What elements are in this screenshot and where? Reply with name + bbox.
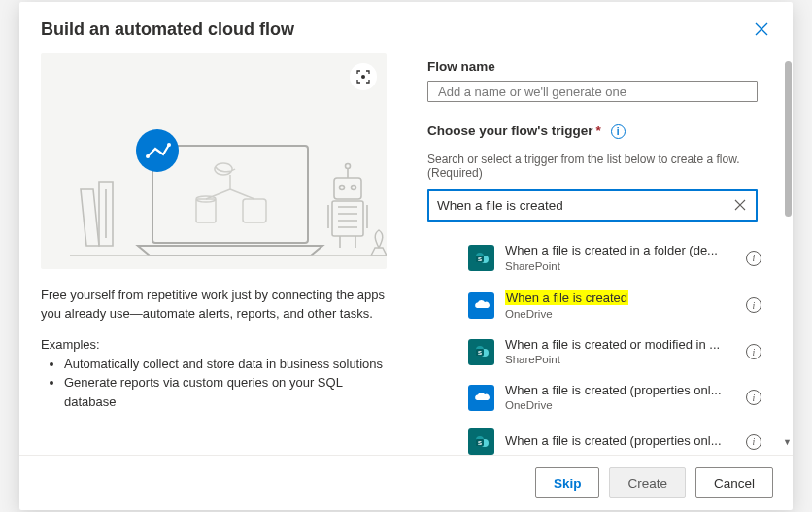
right-column: Flow name Choose your flow's trigger* i … [408,53,793,455]
trigger-search-wrap [427,189,758,222]
svg-text:S: S [477,350,481,356]
trigger-service: SharePoint [505,353,735,367]
clear-icon [734,199,746,211]
example-item: Automatically collect and store data in … [64,355,387,374]
svg-point-10 [340,186,345,190]
illustration [41,53,387,269]
modal-footer: Skip Create Cancel [19,455,793,510]
svg-rect-9 [334,178,361,199]
trigger-info-icon[interactable]: i [746,390,761,405]
trigger-info-icon[interactable]: i [746,251,761,266]
trigger-item[interactable]: When a file is created (properties onl..… [427,375,771,421]
trigger-helper-text: Search or select a trigger from the list… [427,153,771,180]
create-button[interactable]: Create [609,467,686,498]
info-icon[interactable]: i [611,124,626,139]
trigger-title: When a file is created [505,289,735,306]
skip-button[interactable]: Skip [535,467,600,498]
examples-label: Examples: [41,337,387,352]
trigger-service: OneDrive [505,398,735,413]
trigger-text: When a file is created or modified in ..… [505,337,735,367]
trigger-item[interactable]: S When a file is created or modified in … [427,329,771,375]
svg-point-8 [167,143,171,147]
left-column: Free yourself from repetitive work just … [19,53,408,455]
svg-text:S: S [477,256,481,261]
build-flow-modal: Build an automated cloud flow [19,2,793,510]
trigger-title: When a file is created or modified in ..… [505,337,735,353]
trigger-item[interactable]: S When a file is created in a folder (de… [427,235,771,281]
trigger-text: When a file is created (properties onl..… [505,383,735,413]
trigger-list: S When a file is created in a folder (de… [427,235,771,455]
onedrive-icon [468,292,494,319]
example-item: Generate reports via custom queries on y… [64,373,387,411]
clear-search-button[interactable] [732,198,748,214]
svg-point-11 [352,186,356,190]
cancel-button[interactable]: Cancel [695,467,773,498]
flow-name-label: Flow name [427,59,771,74]
trigger-title: When a file is created in a folder (de..… [505,243,735,258]
sharepoint-icon: S [468,428,494,455]
trigger-text: When a file is created in a folder (de..… [505,243,735,273]
trigger-text: When a file is created (properties onl..… [505,433,735,449]
trigger-search-input[interactable] [437,198,732,213]
scrollbar[interactable]: ▼ [785,61,793,447]
trigger-section: Choose your flow's trigger* i Search or … [427,123,771,455]
trigger-label: Choose your flow's trigger* i [427,123,771,139]
close-icon [754,21,769,37]
onedrive-icon [468,385,494,411]
modal-body: Free yourself from repetitive work just … [19,53,793,455]
trigger-item[interactable]: S When a file is created (properties onl… [427,421,771,455]
scan-icon[interactable] [350,63,377,90]
svg-point-7 [146,154,150,158]
sharepoint-icon: S [468,339,494,365]
modal-title: Build an automated cloud flow [41,19,294,40]
flow-name-input[interactable] [427,81,758,102]
modal-header: Build an automated cloud flow [19,2,793,53]
trigger-title: When a file is created (properties onl..… [505,433,735,449]
required-asterisk: * [595,123,600,138]
close-button[interactable] [752,19,771,44]
trigger-label-text: Choose your flow's trigger [427,123,592,138]
trigger-info-icon[interactable]: i [746,297,761,313]
scrollbar-thumb[interactable] [785,61,792,217]
illustration-svg [41,53,387,269]
trigger-text: When a file is created OneDrive [505,289,735,321]
svg-text:S: S [477,439,481,445]
examples-list: Automatically collect and store data in … [41,355,387,412]
scroll-down-icon[interactable]: ▼ [783,437,792,447]
trigger-info-icon[interactable]: i [746,344,761,359]
trigger-title: When a file is created (properties onl..… [505,383,735,398]
trigger-service: SharePoint [505,259,735,274]
description-text: Free yourself from repetitive work just … [41,287,387,324]
trigger-item[interactable]: When a file is created OneDrive i [427,281,771,328]
sharepoint-icon: S [468,245,494,271]
trigger-service: OneDrive [505,307,735,322]
svg-point-13 [346,164,351,169]
trigger-info-icon[interactable]: i [746,434,761,450]
svg-point-0 [361,75,365,79]
